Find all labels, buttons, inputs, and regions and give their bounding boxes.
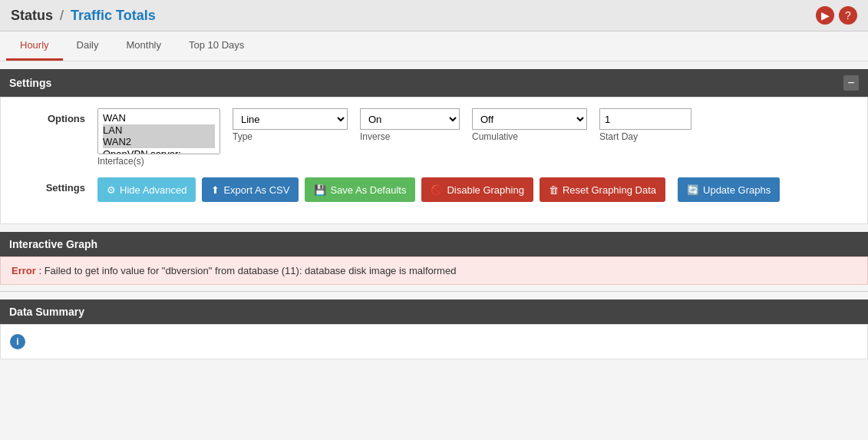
type-select[interactable]: Line Bar Area <box>233 108 348 130</box>
error-message: : Failed to get info value for "dbversio… <box>38 265 456 276</box>
export-csv-button[interactable]: ⬆ Export As CSV <box>202 177 299 202</box>
separator <box>0 291 868 292</box>
error-label: Error <box>12 265 36 276</box>
options-controls: WAN LAN WAN2 OpenVPN server: Interface(s… <box>97 108 691 167</box>
tab-hourly[interactable]: Hourly <box>6 31 63 61</box>
breadcrumb: Status / Traffic Totals <box>11 8 156 24</box>
interface-label: Interface(s) <box>97 156 220 167</box>
settings-section-title: Settings <box>9 77 51 89</box>
tab-daily[interactable]: Daily <box>63 31 113 61</box>
type-group: Line Bar Area Type <box>233 108 348 142</box>
tab-top10days[interactable]: Top 10 Days <box>175 31 258 61</box>
options-label: Options <box>16 108 85 124</box>
option-wan2: WAN2 <box>103 136 215 148</box>
play-button[interactable]: ▶ <box>816 6 834 25</box>
interface-listbox[interactable]: WAN LAN WAN2 OpenVPN server: <box>97 108 220 154</box>
page-title: Traffic Totals <box>71 8 156 23</box>
cumulative-select[interactable]: Off On <box>472 108 587 130</box>
reset-data-label: Reset Graphing Data <box>563 184 656 196</box>
data-summary-title: Data Summary <box>9 306 84 318</box>
page-header: Status / Traffic Totals ▶ ? <box>0 0 868 31</box>
info-icon[interactable]: i <box>10 334 25 349</box>
refresh-icon: 🔄 <box>687 184 699 196</box>
buttons-row-2: 🔄 Update Graphs <box>678 177 780 202</box>
status-label: Status <box>11 8 53 23</box>
inverse-group: On Off Inverse <box>360 108 460 142</box>
update-graphs-label: Update Graphs <box>703 184 771 196</box>
hide-advanced-label: Hide Advanced <box>120 184 186 196</box>
interactive-graph-title: Interactive Graph <box>9 238 97 250</box>
type-label: Type <box>233 131 348 142</box>
cumulative-label: Cumulative <box>472 131 587 142</box>
ban-icon: 🚫 <box>431 184 443 196</box>
breadcrumb-separator: / <box>60 8 64 23</box>
data-summary-body: i <box>0 324 868 359</box>
help-button[interactable]: ? <box>839 6 857 25</box>
collapse-button[interactable]: − <box>843 75 859 91</box>
inverse-label: Inverse <box>360 131 460 142</box>
settings-panel: Options WAN LAN WAN2 OpenVPN server: Int… <box>0 97 868 224</box>
buttons-row-1: ⚙ Hide Advanced ⬆ Export As CSV 💾 Save A… <box>97 177 665 202</box>
save-icon: 💾 <box>314 184 326 196</box>
options-row: Options WAN LAN WAN2 OpenVPN server: Int… <box>16 108 852 167</box>
disable-graphing-label: Disable Graphing <box>447 184 523 196</box>
save-defaults-label: Save As Defaults <box>330 184 406 196</box>
settings-buttons-row: Settings ⚙ Hide Advanced ⬆ Export As CSV… <box>16 177 852 202</box>
listbox-container: WAN LAN WAN2 OpenVPN server: <box>97 108 220 154</box>
settings-button-controls: ⚙ Hide Advanced ⬆ Export As CSV 💾 Save A… <box>97 177 780 202</box>
startday-input[interactable] <box>599 108 691 130</box>
header-icons: ▶ ? <box>816 6 857 25</box>
save-defaults-button[interactable]: 💾 Save As Defaults <box>305 177 415 202</box>
data-summary-header: Data Summary <box>0 299 868 324</box>
cumulative-group: Off On Cumulative <box>472 108 587 142</box>
disable-graphing-button[interactable]: 🚫 Disable Graphing <box>421 177 533 202</box>
option-lan: LAN <box>103 124 215 137</box>
option-wan: WAN <box>103 112 215 124</box>
interface-group: WAN LAN WAN2 OpenVPN server: Interface(s… <box>97 108 220 167</box>
tab-bar: Hourly Daily Monthly Top 10 Days <box>0 31 868 61</box>
error-box: Error : Failed to get info value for "db… <box>0 256 868 285</box>
interactive-graph-header: Interactive Graph <box>0 232 868 256</box>
trash-icon: 🗑 <box>549 184 559 196</box>
gear-icon: ⚙ <box>107 184 116 196</box>
export-csv-label: Export As CSV <box>223 184 289 196</box>
settings-section-header: Settings − <box>0 69 868 97</box>
update-graphs-button[interactable]: 🔄 Update Graphs <box>678 177 780 202</box>
hide-advanced-button[interactable]: ⚙ Hide Advanced <box>97 177 196 202</box>
inverse-select[interactable]: On Off <box>360 108 460 130</box>
startday-group: Start Day <box>599 108 691 142</box>
reset-data-button[interactable]: 🗑 Reset Graphing Data <box>540 177 665 202</box>
export-icon: ⬆ <box>211 184 219 196</box>
option-openvpn: OpenVPN server: <box>103 148 215 154</box>
tab-monthly[interactable]: Monthly <box>112 31 175 61</box>
startday-label: Start Day <box>599 131 691 142</box>
settings-label: Settings <box>16 177 85 194</box>
